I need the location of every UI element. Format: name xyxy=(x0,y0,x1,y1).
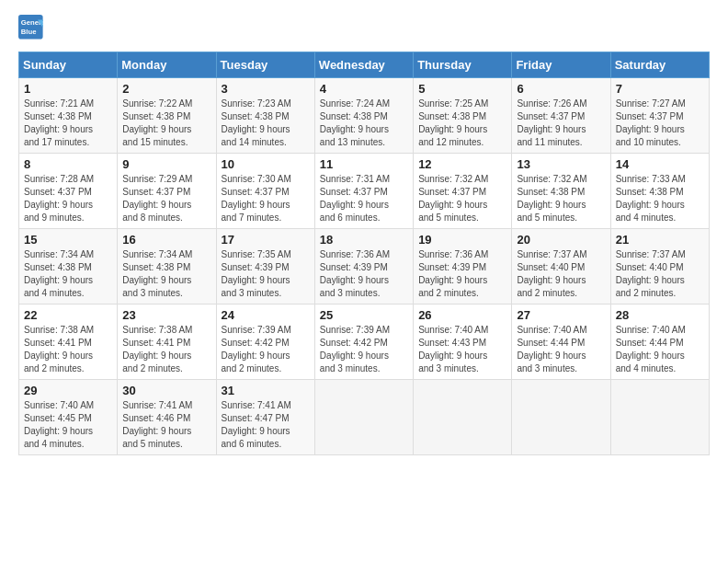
day-info: Sunrise: 7:32 AMSunset: 4:38 PMDaylight:… xyxy=(517,173,605,224)
day-number: 19 xyxy=(418,233,506,247)
day-number: 17 xyxy=(222,233,310,247)
day-number: 28 xyxy=(616,308,704,322)
day-info: Sunrise: 7:21 AMSunset: 4:38 PMDaylight:… xyxy=(24,98,112,149)
calendar-cell: 6Sunrise: 7:26 AMSunset: 4:37 PMDaylight… xyxy=(512,78,610,154)
calendar-week-row: 1Sunrise: 7:21 AMSunset: 4:38 PMDaylight… xyxy=(19,78,710,154)
day-info: Sunrise: 7:36 AMSunset: 4:39 PMDaylight:… xyxy=(320,248,408,300)
day-number: 27 xyxy=(517,308,605,322)
day-info: Sunrise: 7:35 AMSunset: 4:39 PMDaylight:… xyxy=(222,248,310,300)
calendar-cell: 20Sunrise: 7:37 AMSunset: 4:40 PMDayligh… xyxy=(512,229,610,304)
day-number: 12 xyxy=(418,157,506,171)
calendar-week-row: 8Sunrise: 7:28 AMSunset: 4:37 PMDaylight… xyxy=(19,154,710,229)
header-tuesday: Tuesday xyxy=(216,52,314,78)
day-number: 29 xyxy=(24,384,112,397)
day-number: 5 xyxy=(418,82,506,96)
calendar-cell: 26Sunrise: 7:40 AMSunset: 4:43 PMDayligh… xyxy=(414,304,512,380)
calendar-cell: 25Sunrise: 7:39 AMSunset: 4:42 PMDayligh… xyxy=(314,304,413,380)
day-number: 6 xyxy=(517,82,605,96)
header-monday: Monday xyxy=(118,52,216,78)
calendar-cell: 4Sunrise: 7:24 AMSunset: 4:38 PMDaylight… xyxy=(314,78,413,154)
calendar-week-row: 15Sunrise: 7:34 AMSunset: 4:38 PMDayligh… xyxy=(19,229,710,304)
day-number: 7 xyxy=(616,82,704,96)
calendar-cell: 7Sunrise: 7:27 AMSunset: 4:37 PMDaylight… xyxy=(610,78,709,154)
calendar-cell: 19Sunrise: 7:36 AMSunset: 4:39 PMDayligh… xyxy=(414,229,512,304)
calendar-cell xyxy=(414,380,512,455)
day-number: 30 xyxy=(122,384,210,397)
calendar-cell: 15Sunrise: 7:34 AMSunset: 4:38 PMDayligh… xyxy=(19,229,118,304)
calendar-cell: 27Sunrise: 7:40 AMSunset: 4:44 PMDayligh… xyxy=(512,304,610,380)
calendar-cell: 17Sunrise: 7:35 AMSunset: 4:39 PMDayligh… xyxy=(216,229,314,304)
calendar-cell: 29Sunrise: 7:40 AMSunset: 4:45 PMDayligh… xyxy=(19,380,118,455)
day-info: Sunrise: 7:40 AMSunset: 4:44 PMDaylight:… xyxy=(616,324,704,375)
day-info: Sunrise: 7:37 AMSunset: 4:40 PMDaylight:… xyxy=(517,248,605,300)
calendar-week-row: 22Sunrise: 7:38 AMSunset: 4:41 PMDayligh… xyxy=(19,304,710,380)
calendar-cell: 28Sunrise: 7:40 AMSunset: 4:44 PMDayligh… xyxy=(610,304,709,380)
day-info: Sunrise: 7:33 AMSunset: 4:38 PMDaylight:… xyxy=(616,173,704,224)
day-number: 31 xyxy=(222,384,310,397)
day-number: 23 xyxy=(122,308,210,322)
day-info: Sunrise: 7:40 AMSunset: 4:43 PMDaylight:… xyxy=(418,324,506,375)
day-number: 10 xyxy=(222,157,310,171)
day-info: Sunrise: 7:27 AMSunset: 4:37 PMDaylight:… xyxy=(616,98,704,149)
day-info: Sunrise: 7:40 AMSunset: 4:44 PMDaylight:… xyxy=(517,324,605,375)
day-number: 2 xyxy=(122,82,210,96)
day-number: 11 xyxy=(320,157,408,171)
svg-text:Blue: Blue xyxy=(21,28,37,36)
day-number: 14 xyxy=(616,157,704,171)
day-info: Sunrise: 7:25 AMSunset: 4:38 PMDaylight:… xyxy=(418,98,506,149)
header-wednesday: Wednesday xyxy=(314,52,413,78)
calendar-header-row: SundayMondayTuesdayWednesdayThursdayFrid… xyxy=(19,52,710,78)
page-header: General Blue xyxy=(18,15,710,40)
calendar-cell: 31Sunrise: 7:41 AMSunset: 4:47 PMDayligh… xyxy=(216,380,314,455)
logo-icon: General Blue xyxy=(18,15,44,40)
calendar-cell: 24Sunrise: 7:39 AMSunset: 4:42 PMDayligh… xyxy=(216,304,314,380)
day-number: 15 xyxy=(24,233,112,247)
calendar-cell: 10Sunrise: 7:30 AMSunset: 4:37 PMDayligh… xyxy=(216,154,314,229)
day-info: Sunrise: 7:39 AMSunset: 4:42 PMDaylight:… xyxy=(222,324,310,375)
calendar-cell xyxy=(314,380,413,455)
day-number: 22 xyxy=(24,308,112,322)
day-info: Sunrise: 7:41 AMSunset: 4:47 PMDaylight:… xyxy=(222,399,310,451)
calendar-cell xyxy=(512,380,610,455)
day-number: 3 xyxy=(222,82,310,96)
calendar-week-row: 29Sunrise: 7:40 AMSunset: 4:45 PMDayligh… xyxy=(19,380,710,455)
logo: General Blue xyxy=(18,15,44,40)
calendar-cell xyxy=(610,380,709,455)
calendar-cell: 12Sunrise: 7:32 AMSunset: 4:37 PMDayligh… xyxy=(414,154,512,229)
calendar-cell: 23Sunrise: 7:38 AMSunset: 4:41 PMDayligh… xyxy=(118,304,216,380)
calendar-cell: 9Sunrise: 7:29 AMSunset: 4:37 PMDaylight… xyxy=(118,154,216,229)
header-sunday: Sunday xyxy=(19,52,118,78)
day-info: Sunrise: 7:26 AMSunset: 4:37 PMDaylight:… xyxy=(517,98,605,149)
day-number: 4 xyxy=(320,82,408,96)
day-info: Sunrise: 7:31 AMSunset: 4:37 PMDaylight:… xyxy=(320,173,408,224)
day-info: Sunrise: 7:37 AMSunset: 4:40 PMDaylight:… xyxy=(616,248,704,300)
day-number: 18 xyxy=(320,233,408,247)
header-friday: Friday xyxy=(512,52,610,78)
day-info: Sunrise: 7:36 AMSunset: 4:39 PMDaylight:… xyxy=(418,248,506,300)
calendar-cell: 1Sunrise: 7:21 AMSunset: 4:38 PMDaylight… xyxy=(19,78,118,154)
day-number: 24 xyxy=(222,308,310,322)
day-info: Sunrise: 7:40 AMSunset: 4:45 PMDaylight:… xyxy=(24,399,112,451)
day-number: 16 xyxy=(122,233,210,247)
calendar-cell: 13Sunrise: 7:32 AMSunset: 4:38 PMDayligh… xyxy=(512,154,610,229)
day-number: 20 xyxy=(517,233,605,247)
day-info: Sunrise: 7:39 AMSunset: 4:42 PMDaylight:… xyxy=(320,324,408,375)
calendar-cell: 30Sunrise: 7:41 AMSunset: 4:46 PMDayligh… xyxy=(118,380,216,455)
calendar-cell: 8Sunrise: 7:28 AMSunset: 4:37 PMDaylight… xyxy=(19,154,118,229)
day-info: Sunrise: 7:28 AMSunset: 4:37 PMDaylight:… xyxy=(24,173,112,224)
calendar-cell: 5Sunrise: 7:25 AMSunset: 4:38 PMDaylight… xyxy=(414,78,512,154)
day-number: 21 xyxy=(616,233,704,247)
day-info: Sunrise: 7:32 AMSunset: 4:37 PMDaylight:… xyxy=(418,173,506,224)
day-info: Sunrise: 7:38 AMSunset: 4:41 PMDaylight:… xyxy=(122,324,210,375)
calendar-cell: 2Sunrise: 7:22 AMSunset: 4:38 PMDaylight… xyxy=(118,78,216,154)
day-info: Sunrise: 7:24 AMSunset: 4:38 PMDaylight:… xyxy=(320,98,408,149)
calendar-cell: 16Sunrise: 7:34 AMSunset: 4:38 PMDayligh… xyxy=(118,229,216,304)
calendar-cell: 22Sunrise: 7:38 AMSunset: 4:41 PMDayligh… xyxy=(19,304,118,380)
day-number: 26 xyxy=(418,308,506,322)
day-number: 8 xyxy=(24,157,112,171)
day-number: 9 xyxy=(122,157,210,171)
calendar-cell: 21Sunrise: 7:37 AMSunset: 4:40 PMDayligh… xyxy=(610,229,709,304)
day-number: 1 xyxy=(24,82,112,96)
day-info: Sunrise: 7:41 AMSunset: 4:46 PMDaylight:… xyxy=(122,399,210,451)
day-number: 13 xyxy=(517,157,605,171)
